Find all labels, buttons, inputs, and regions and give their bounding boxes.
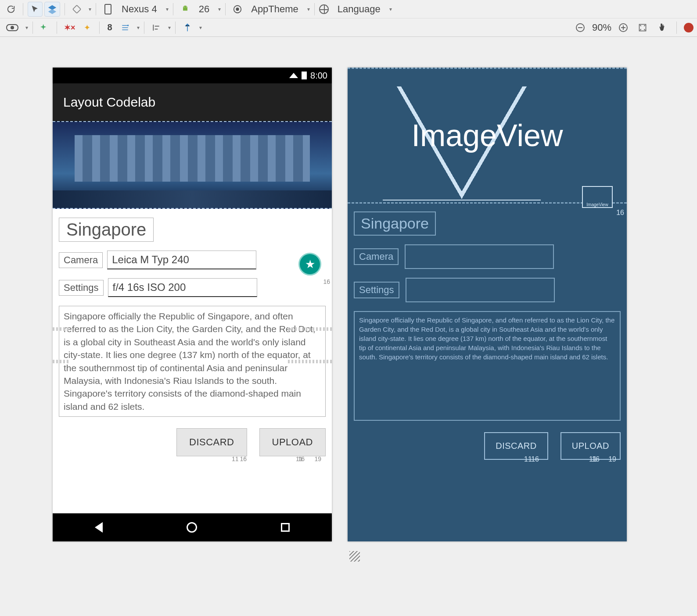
device-icon [101, 2, 115, 17]
bp-description-text[interactable]: Singapore officially the Republic of Sin… [354, 311, 621, 421]
margin-label: 16 [298, 455, 305, 462]
title-text[interactable]: Singapore [59, 218, 154, 242]
zoom-in-icon[interactable] [616, 20, 631, 35]
errors-icon[interactable] [684, 23, 693, 32]
back-icon [95, 522, 103, 533]
upload-button[interactable]: UPLOAD [259, 428, 326, 456]
view-options-icon[interactable] [4, 20, 21, 35]
margin-icon[interactable] [118, 20, 133, 35]
svg-point-2 [183, 7, 184, 7]
locale-icon [319, 4, 329, 14]
device-dropdown-icon[interactable]: ▾ [166, 6, 169, 12]
theme-selector[interactable]: AppTheme [247, 4, 303, 15]
app-title: Layout Codelab [63, 95, 155, 110]
align-dropdown-icon[interactable]: ▾ [168, 25, 171, 31]
fit-screen-icon[interactable] [635, 20, 650, 35]
options-toolbar: ▾ ✶× ✦ 8 ▾ ▾ ▾ 90% [0, 18, 697, 37]
margin-label: 19 [608, 455, 616, 463]
system-nav-bar [53, 513, 332, 541]
settings-field[interactable]: f/4 16s ISO 200 [108, 278, 257, 297]
align-icon[interactable] [149, 20, 164, 35]
svg-point-3 [186, 7, 187, 7]
zoom-out-icon[interactable] [573, 20, 588, 35]
margin-label: 16 [531, 455, 539, 463]
guidelines-icon[interactable] [180, 20, 195, 35]
svg-rect-0 [73, 5, 81, 13]
api-dropdown-icon[interactable]: ▾ [218, 6, 221, 12]
clear-constraints-icon[interactable]: ✶× [61, 20, 78, 35]
bp-camera-field[interactable] [405, 244, 554, 269]
resize-handle-icon[interactable] [349, 551, 360, 562]
margin-label: 11 [524, 455, 532, 463]
refresh-icon[interactable] [4, 2, 18, 17]
settings-label[interactable]: Settings [59, 280, 104, 296]
app-bar: Layout Codelab [53, 83, 332, 121]
bp-form-area: Singapore Camera Settings Singapore offi… [348, 204, 627, 468]
description-text[interactable]: Singapore officially the Republic of Sin… [59, 306, 326, 417]
blueprint-preview[interactable]: ImageView ImageView 16 Singapore Camera … [348, 68, 627, 541]
guidelines-dropdown-icon[interactable]: ▾ [199, 25, 202, 31]
language-selector[interactable]: Language [333, 4, 385, 15]
device-selector[interactable]: Nexus 4 [117, 4, 162, 15]
autoconnect-icon[interactable] [37, 20, 52, 35]
rotate-icon[interactable] [69, 2, 84, 17]
svg-rect-1 [105, 4, 111, 14]
battery-icon [302, 72, 307, 79]
bp-settings-field[interactable] [406, 278, 555, 302]
constraint-spring-icon [288, 360, 332, 363]
design-toolbar: ▾ Nexus 4 ▾ 26 ▾ AppTheme ▾ Language ▾ [0, 0, 697, 18]
wifi-icon [289, 73, 298, 78]
bp-settings-label[interactable]: Settings [354, 282, 399, 298]
margin-label: 11 [232, 455, 239, 462]
svg-point-6 [127, 25, 129, 26]
android-icon [178, 2, 193, 17]
rotate-dropdown-icon[interactable]: ▾ [89, 6, 91, 12]
margin-label: 16 [240, 455, 247, 462]
theme-dropdown-icon[interactable]: ▾ [307, 6, 310, 12]
select-mode-icon[interactable] [28, 2, 43, 17]
home-icon [187, 522, 197, 533]
margin-label: 16 [592, 455, 600, 463]
bp-image-label: ImageView [411, 118, 563, 153]
pan-icon[interactable] [654, 20, 669, 35]
constraint-spring-icon [53, 360, 69, 363]
discard-button[interactable]: DISCARD [176, 428, 247, 456]
camera-field[interactable]: Leica M Typ 240 [107, 251, 256, 269]
status-bar: 8:00 [53, 68, 332, 83]
view-dropdown-icon[interactable]: ▾ [25, 25, 28, 31]
camera-label[interactable]: Camera [59, 252, 103, 268]
design-preview[interactable]: 8:00 Layout Codelab 16 Singapore Camera … [53, 68, 332, 541]
margin-label: 19 [314, 455, 321, 462]
api-selector[interactable]: 26 [194, 4, 214, 15]
constraint-layout[interactable]: 16 Singapore Camera Leica M Typ 240 Sett… [53, 121, 332, 513]
layers-icon[interactable] [44, 2, 60, 17]
infer-constraints-icon[interactable]: ✦ [80, 20, 95, 35]
zoom-level[interactable]: 90% [592, 22, 611, 33]
layout-canvas[interactable]: 8:00 Layout Codelab 16 Singapore Camera … [0, 37, 697, 616]
svg-point-5 [236, 7, 239, 11]
bp-camera-label[interactable]: Camera [354, 248, 399, 265]
header-image[interactable] [53, 121, 332, 209]
margin-dropdown-icon[interactable]: ▾ [137, 25, 140, 31]
constraint-spring-icon [53, 327, 69, 331]
recents-icon [281, 523, 290, 532]
form-area: Singapore Camera Leica M Typ 240 Setting… [53, 209, 332, 465]
constraint-spring-icon [288, 327, 332, 331]
default-margin-value[interactable]: 8 [104, 22, 116, 32]
bp-title-text[interactable]: Singapore [354, 211, 436, 236]
language-dropdown-icon[interactable]: ▾ [389, 6, 392, 12]
clock: 8:00 [310, 71, 327, 81]
theme-icon [230, 2, 245, 17]
bp-header-image[interactable]: ImageView [348, 68, 627, 204]
